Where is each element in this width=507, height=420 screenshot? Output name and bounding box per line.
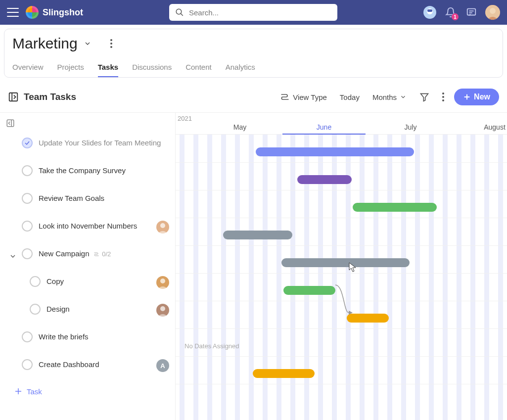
tab-projects[interactable]: Projects <box>57 60 84 77</box>
logo-mark-icon <box>26 6 39 19</box>
task-label: Review Team Goals <box>39 193 169 203</box>
assignee-avatar[interactable] <box>156 276 169 289</box>
subtask-count: 0/2 <box>90 250 111 259</box>
tab-content[interactable]: Content <box>185 60 212 77</box>
gantt-header: MayJuneJulyAugust <box>176 113 507 135</box>
task-list-panel: Update Your Slides for Team MeetingTake … <box>0 113 176 420</box>
new-button[interactable]: New <box>454 89 499 105</box>
tasks-toolbar: Team Tasks View Type Today Months New <box>0 82 507 112</box>
gantt-bar[interactable] <box>353 203 437 212</box>
assignee-avatar[interactable]: A <box>156 359 169 372</box>
task-checkbox[interactable] <box>22 248 33 259</box>
toolbar-more-icon[interactable] <box>439 91 447 103</box>
section-icon <box>8 92 19 102</box>
filter-button[interactable] <box>416 90 432 104</box>
gantt-bar[interactable] <box>347 314 389 323</box>
svg-point-19 <box>160 306 165 311</box>
search-icon <box>175 8 184 17</box>
add-task-button[interactable]: Task <box>0 382 175 401</box>
assignee-avatar[interactable] <box>156 304 169 317</box>
chat-icon[interactable] <box>464 5 478 19</box>
notification-badge: 1 <box>452 13 459 20</box>
task-label: Copy <box>46 276 150 286</box>
task-row[interactable]: Look into November Numbers <box>10 216 169 243</box>
svg-rect-4 <box>427 9 432 12</box>
gantt-bar[interactable] <box>223 231 292 239</box>
task-checkbox[interactable] <box>22 165 33 176</box>
month-label[interactable]: July <box>405 123 417 131</box>
task-row[interactable]: Create DashboardA <box>10 354 169 382</box>
app-name: Slingshot <box>43 7 83 18</box>
task-checkbox[interactable] <box>30 276 41 287</box>
tab-discussions[interactable]: Discussions <box>132 60 172 77</box>
task-row[interactable]: Design <box>10 299 169 327</box>
gantt-bar[interactable] <box>297 175 352 184</box>
task-label: Look into November Numbers <box>39 221 150 231</box>
month-label[interactable]: August <box>484 123 506 131</box>
task-row[interactable]: Write the briefs <box>10 327 169 354</box>
section-title: Team Tasks <box>24 92 76 102</box>
menu-icon[interactable] <box>7 8 19 17</box>
view-type-button[interactable]: View Type <box>277 90 330 104</box>
workspace-dropdown[interactable] <box>84 40 92 47</box>
view-type-icon <box>280 92 290 102</box>
task-row[interactable]: Review Team Goals <box>10 188 169 216</box>
notifications-icon[interactable]: 1 <box>444 5 458 19</box>
task-checkbox[interactable] <box>22 221 33 232</box>
task-checkbox[interactable] <box>22 359 33 370</box>
tab-overview[interactable]: Overview <box>12 60 44 77</box>
task-label: New Campaign 0/2 <box>39 248 169 259</box>
task-label: Design <box>46 304 150 314</box>
workspace-title: Marketing <box>12 35 78 52</box>
svg-point-0 <box>176 9 182 14</box>
gantt-bar[interactable] <box>283 286 335 295</box>
tab-analytics[interactable]: Analytics <box>226 60 255 77</box>
svg-point-18 <box>160 279 165 283</box>
expand-chevron-icon[interactable] <box>9 252 17 260</box>
task-checkbox[interactable] <box>22 331 33 342</box>
search-input-wrapper[interactable] <box>169 4 337 21</box>
collapse-panel-icon[interactable] <box>6 119 15 128</box>
tasks-main: Update Your Slides for Team MeetingTake … <box>0 112 507 420</box>
assistant-icon[interactable] <box>423 5 437 19</box>
task-label: Take the Company Survey <box>39 165 169 176</box>
task-checkbox[interactable] <box>22 138 33 148</box>
task-row[interactable]: Copy <box>10 271 169 299</box>
timescale-dropdown[interactable]: Months <box>369 91 410 103</box>
no-dates-label: No Dates Assigned <box>184 342 239 350</box>
workspace-more-icon[interactable] <box>110 39 112 48</box>
filter-icon <box>419 92 429 102</box>
gantt-bar[interactable] <box>281 258 410 267</box>
today-button[interactable]: Today <box>337 91 363 103</box>
user-avatar[interactable] <box>485 5 500 20</box>
task-row[interactable]: New Campaign 0/2 <box>10 243 169 271</box>
mouse-cursor-icon <box>349 262 357 272</box>
app-logo[interactable]: Slingshot <box>26 6 83 19</box>
gantt-body[interactable]: No Dates Assigned <box>176 135 507 420</box>
svg-point-17 <box>160 223 165 228</box>
task-list: Update Your Slides for Team MeetingTake … <box>0 133 175 382</box>
task-row[interactable]: Take the Company Survey <box>10 160 169 188</box>
svg-marker-12 <box>421 93 428 101</box>
chevron-down-icon <box>400 93 407 100</box>
workspace-card: Marketing OverviewProjectsTasksDiscussio… <box>4 29 503 78</box>
assignee-avatar[interactable] <box>156 221 169 233</box>
top-bar: Slingshot 1 <box>0 0 507 25</box>
workspace-tabs: OverviewProjectsTasksDiscussionsContentA… <box>12 60 495 77</box>
month-label[interactable]: June <box>317 123 331 131</box>
task-checkbox[interactable] <box>22 193 33 204</box>
svg-rect-5 <box>467 9 476 15</box>
task-label: Create Dashboard <box>39 359 150 370</box>
gantt-panel[interactable]: 2021 MayJuneJulyAugust No Dates Assigned <box>176 113 507 420</box>
gantt-bar[interactable] <box>256 147 414 156</box>
task-label: Update Your Slides for Team Meeting <box>39 138 169 148</box>
gantt-bar[interactable] <box>253 369 315 378</box>
task-checkbox[interactable] <box>30 304 41 315</box>
search-input[interactable] <box>189 8 331 17</box>
plus-icon <box>14 387 23 396</box>
svg-point-9 <box>490 8 496 14</box>
month-label[interactable]: May <box>233 123 246 131</box>
task-row[interactable]: Update Your Slides for Team Meeting <box>10 133 169 160</box>
plus-icon <box>463 93 471 101</box>
tab-tasks[interactable]: Tasks <box>98 60 118 77</box>
